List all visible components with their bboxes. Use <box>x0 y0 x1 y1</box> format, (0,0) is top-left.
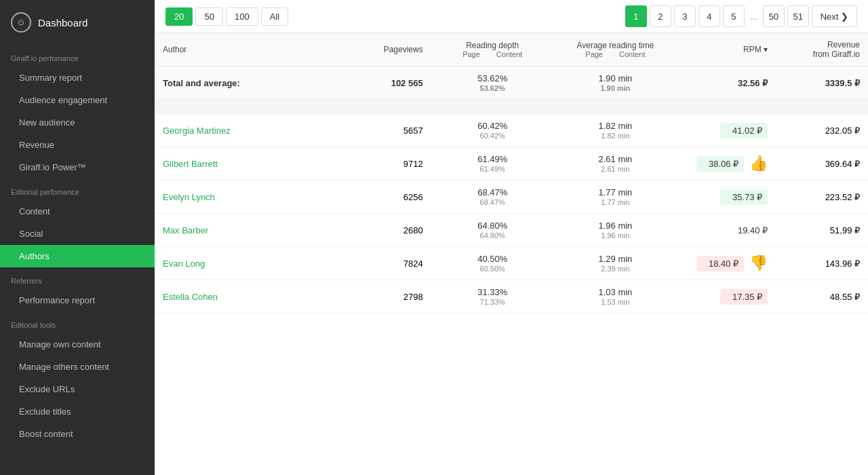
reading-depth-cell: 60.42% 60.42% <box>431 114 554 147</box>
header-author: Author <box>155 33 354 66</box>
authors-table: Author Pageviews Reading depth Page Cont… <box>155 33 868 314</box>
sidebar-item-audience-engagement[interactable]: Audience engagement <box>0 89 155 111</box>
author-link-georgia-martinez[interactable]: Georgia Martinez <box>163 126 231 136</box>
header-rpm: RPM ▾ <box>677 33 776 66</box>
table-row: Evelyn Lynch 6256 68.47% 68.47% 1.77 min… <box>155 180 868 214</box>
total-pageviews: 102 565 <box>354 66 431 100</box>
pageviews-cell: 5657 <box>354 114 431 147</box>
sidebar-item-revenue[interactable]: Revenue <box>0 134 155 156</box>
rpm-cell: 19.40 ₽ <box>677 214 776 247</box>
page-size-controls: 20 50 100 All <box>165 7 288 26</box>
avg-reading-cell: 2.61 min 2.61 min <box>554 147 677 180</box>
sidebar-item-exclude-urls[interactable]: Exclude URLs <box>0 378 155 400</box>
reading-depth-content-label: Content <box>496 50 523 58</box>
reading-depth-cell: 40.50% 60.50% <box>431 247 554 280</box>
revenue-cell: 369.64 ₽ <box>776 147 868 180</box>
author-name-cell: Gilbert Barrett <box>155 147 354 180</box>
sidebar-item-manage-others-content[interactable]: Manage others content <box>0 356 155 378</box>
table-row: Gilbert Barrett 9712 61.49% 61.49% 2.61 … <box>155 147 868 180</box>
rpm-cell: 38.06 ₽ 👍 <box>677 147 776 180</box>
total-label: Total and average: <box>155 66 354 100</box>
pageviews-cell: 6256 <box>354 180 431 214</box>
sidebar-item-new-audience[interactable]: New audience <box>0 111 155 134</box>
sidebar-logo: ⊙ Dashboard <box>0 0 155 45</box>
page-51[interactable]: 51 <box>787 5 809 27</box>
revenue-cell: 51,99 ₽ <box>776 214 868 247</box>
table-row: Georgia Martinez 5657 60.42% 60.42% 1.82… <box>155 114 868 147</box>
header-revenue: Revenuefrom Giraff.io <box>776 33 868 66</box>
reading-depth-cell: 68.47% 68.47% <box>431 180 554 214</box>
pagination-bar: 20 50 100 All 1 2 3 4 5 ... 50 51 Next ❯ <box>155 0 868 33</box>
main-content: 20 50 100 All 1 2 3 4 5 ... 50 51 Next ❯… <box>155 0 868 475</box>
page-controls: 1 2 3 4 5 ... 50 51 Next ❯ <box>625 5 857 27</box>
avg-reading-content-label: Content <box>619 50 646 58</box>
author-name-cell: Estella Cohen <box>155 280 354 314</box>
table-row: Max Barber 2680 64.80% 64.80% 1.96 min 1… <box>155 214 868 247</box>
page-5[interactable]: 5 <box>723 5 745 27</box>
revenue-cell: 223.52 ₽ <box>776 180 868 214</box>
revenue-cell: 143.96 ₽ <box>776 247 868 280</box>
revenue-cell: 232.05 ₽ <box>776 114 868 147</box>
avg-reading-cell: 1.82 min 1.82 min <box>554 114 677 147</box>
sidebar-section-title: Giraff.io perfomance <box>0 45 155 66</box>
sidebar-title: Dashboard <box>38 17 87 28</box>
pageviews-cell: 2798 <box>354 280 431 314</box>
thumb-up-icon: 👍 <box>749 155 768 172</box>
page-size-all[interactable]: All <box>261 7 288 26</box>
author-link-gilbert-barrett[interactable]: Gilbert Barrett <box>163 159 218 169</box>
author-name-cell: Max Barber <box>155 214 354 247</box>
author-link-evan-long[interactable]: Evan Long <box>163 259 205 269</box>
header-avg-reading-time: Average reading time Page Content <box>554 33 677 66</box>
total-rpm: 32.56 ₽ <box>677 66 776 100</box>
dashboard-icon: ⊙ <box>11 12 31 33</box>
sidebar-item-authors[interactable]: Authors <box>0 245 155 267</box>
sidebar-section-title: Referrers <box>0 267 155 289</box>
sidebar-item-boost-content[interactable]: Boost content <box>0 423 155 445</box>
author-link-estella-cohen[interactable]: Estella Cohen <box>163 292 218 302</box>
sidebar-item-content[interactable]: Content <box>0 200 155 223</box>
avg-reading-cell: 1.03 min 1.53 min <box>554 280 677 314</box>
author-link-max-barber[interactable]: Max Barber <box>163 225 208 235</box>
sidebar-item-giraff-power[interactable]: Giraff.io Power™ <box>0 156 155 178</box>
sidebar-item-performance-report[interactable]: Performance report <box>0 289 155 311</box>
reading-depth-cell: 61.49% 61.49% <box>431 147 554 180</box>
page-50[interactable]: 50 <box>763 5 785 27</box>
page-size-100[interactable]: 100 <box>226 7 258 26</box>
author-link-evelyn-lynch[interactable]: Evelyn Lynch <box>163 192 215 202</box>
sidebar-item-manage-own-content[interactable]: Manage own content <box>0 333 155 356</box>
page-4[interactable]: 4 <box>698 5 720 27</box>
page-3[interactable]: 3 <box>674 5 696 27</box>
reading-depth-title: Reading depth <box>466 41 519 50</box>
pageviews-cell: 7824 <box>354 247 431 280</box>
revenue-cell: 48.55 ₽ <box>776 280 868 314</box>
table-spacer <box>155 100 868 114</box>
author-name-cell: Evan Long <box>155 247 354 280</box>
sidebar-item-social[interactable]: Social <box>0 223 155 245</box>
rpm-cell: 17.35 ₽ <box>677 280 776 314</box>
sidebar: ⊙ Dashboard Giraff.io perfomanceSummary … <box>0 0 155 475</box>
next-button[interactable]: Next ❯ <box>812 5 857 27</box>
table-row: Evan Long 7824 40.50% 60.50% 1.29 min 2.… <box>155 247 868 280</box>
total-revenue: 3339.5 ₽ <box>776 66 868 100</box>
table-header-row: Author Pageviews Reading depth Page Cont… <box>155 33 868 66</box>
author-name-cell: Evelyn Lynch <box>155 180 354 214</box>
sidebar-item-summary-report[interactable]: Summary report <box>0 66 155 89</box>
thumb-down-icon: 👎 <box>749 254 768 272</box>
sidebar-section-title: Editorial perfomance <box>0 178 155 200</box>
pageviews-cell: 2680 <box>354 214 431 247</box>
rpm-cell: 18.40 ₽ 👎 <box>677 247 776 280</box>
avg-reading-cell: 1.96 min 1.96 min <box>554 214 677 247</box>
header-pageviews: Pageviews <box>354 33 431 66</box>
rpm-cell: 41.02 ₽ <box>677 114 776 147</box>
page-size-50[interactable]: 50 <box>195 7 222 26</box>
page-2[interactable]: 2 <box>650 5 671 27</box>
avg-reading-time-title: Average reading time <box>576 41 654 50</box>
authors-table-container: Author Pageviews Reading depth Page Cont… <box>155 33 868 475</box>
page-1[interactable]: 1 <box>625 5 647 27</box>
author-name-cell: Georgia Martinez <box>155 114 354 147</box>
sidebar-item-exclude-titles[interactable]: Exclude titles <box>0 400 155 423</box>
reading-depth-cell: 31.33% 71.33% <box>431 280 554 314</box>
page-size-20[interactable]: 20 <box>165 7 193 26</box>
total-row: Total and average: 102 565 53.62% 53.62%… <box>155 66 868 100</box>
avg-reading-page-label: Page <box>585 50 603 58</box>
